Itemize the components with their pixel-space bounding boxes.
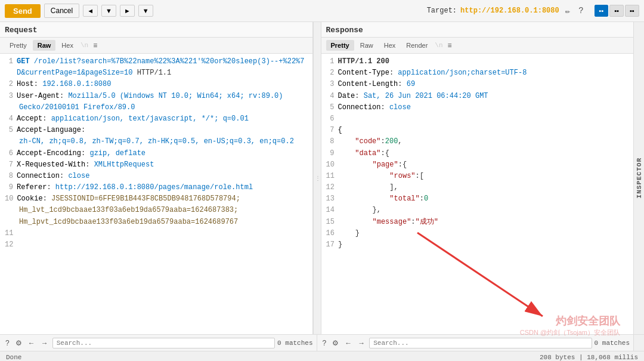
tab-response-pretty[interactable]: Pretty [326,40,354,51]
table-row: 8 "code":200, [326,136,629,147]
bottom-panel-right: ? ⚙ ← → 0 matches [317,335,634,351]
tab-request-hex[interactable]: Hex [57,40,78,51]
table-row: 16 } [326,228,629,239]
toolbar: Send Cancel ◄ ▼ ► ▼ Target: http://192.1… [0,0,644,22]
status-left-text: Done [6,354,534,361]
search-input-right[interactable] [369,338,592,348]
response-body[interactable]: 1 HTTP/1.1 200 2 Content-Type: applicati… [321,54,634,334]
table-row: 12 ], [326,182,629,193]
bottom-panel-left: ? ⚙ ← → 0 matches [0,335,317,351]
inspector-sidebar-bottom [633,335,644,351]
table-row: Hm_lpvt_1cd9bcbaae133f03a6eb19da6579aaba… [5,217,308,228]
target-url: http://192.168.0.1:8080 [460,7,559,15]
nav-down2-button[interactable]: ▼ [138,5,153,17]
table-row: 5 Connection: close [326,102,629,113]
bottom-settings-icon-left[interactable]: ⚙ [14,338,24,348]
table-row: 12 [5,239,308,251]
tab-request-pretty[interactable]: Pretty [5,40,32,51]
tab-response-hex[interactable]: Hex [379,40,401,51]
panel-divider[interactable]: ⋮ [313,22,321,334]
inspector-label: INSPECTOR [636,158,643,198]
table-row: 2 Content-Type: application/json;charset… [326,67,629,79]
bottom-nav-fwd-left[interactable]: → [39,338,50,348]
tab-request-raw[interactable]: Raw [33,40,56,51]
bottom-nav-fwd-right[interactable]: → [356,338,367,348]
tab-response-raw[interactable]: Raw [355,40,378,51]
tab-response-render[interactable]: Render [401,40,432,51]
table-row: Hm_lvt_1cd9bcbaae133f03a6eb19da6579aaba=… [5,205,308,216]
table-row: 9 "data":{ [326,148,629,159]
bottom-nav-back-right[interactable]: ← [343,338,354,348]
send-button[interactable]: Send [5,4,41,18]
tab-separator-req: \n [79,42,89,49]
table-row: 3 User-Agent: Mozilla/5.0 (Windows NT 10… [5,91,308,102]
table-row: 9 Referer: http://192.168.0.1:8080/pages… [5,182,308,193]
table-row: 11 "rows":[ [326,171,629,182]
table-row: 4 Date: Sat, 26 Jun 2021 06:44:20 GMT [326,91,629,102]
inspector-sidebar: INSPECTOR [633,22,644,334]
table-row: 6 [326,113,629,125]
status-bar: Done 208 bytes | 18,068 millis [0,351,644,361]
request-panel-header: Request [0,22,312,38]
divider-dots: ⋮ [315,175,320,182]
view-mode-split-btn[interactable]: ▪▪ [595,5,609,17]
request-panel: Request Pretty Raw Hex \n ≡ 1 GET /role/… [0,22,313,334]
target-label: Target: [427,7,457,15]
nav-left-button[interactable]: ◄ [83,5,98,17]
tab-request-menu[interactable]: ≡ [91,40,100,51]
table-row: 8 Connection: close [5,171,308,182]
table-row: 17 } [326,239,629,251]
tab-response-menu[interactable]: ≡ [445,40,454,51]
search-input-left[interactable] [52,338,275,348]
bottom-help-icon-right[interactable]: ? [321,338,329,348]
edit-target-icon[interactable]: ✏ [563,6,572,16]
table-row: 14 }, [326,205,629,216]
matches-label-left: 0 matches [277,340,312,347]
table-row: 15 "message":"成功" [326,217,629,228]
status-right-text: 208 bytes | 18,068 millis [540,354,638,361]
main-content: Request Pretty Raw Hex \n ≡ 1 GET /role/… [0,22,644,334]
table-row: 7 X-Requested-With: XMLHttpRequest [5,159,308,171]
table-row: 3 Content-Length: 69 [326,79,629,90]
bottom-help-icon-left[interactable]: ? [4,338,11,348]
table-row: 4 Accept: application/json, text/javascr… [5,113,308,125]
response-panel-header: Response [321,22,634,38]
view-mode-left-btn[interactable]: ▪▪ [609,5,624,17]
nav-down-button[interactable]: ▼ [101,5,116,17]
table-row: 2 Host: 192.168.0.1:8080 [5,79,308,90]
table-row: zh-CN, zh;q=0.8, zh-TW;q=0.7, zh-HK;q=0.… [5,136,308,147]
request-tabs: Pretty Raw Hex \n ≡ [0,38,312,54]
view-mode-buttons: ▪▪ ▪▪ ▪▪ [595,5,639,17]
table-row: Gecko/20100101 Firefox/89.0 [5,102,308,113]
table-row: 11 [5,228,308,239]
table-row: 1 GET /role/list?search=%7B%22name%22%3A… [5,56,308,79]
table-row: 7 { [326,125,629,136]
cancel-button[interactable]: Cancel [44,4,79,18]
bottom-bar: ? ⚙ ← → 0 matches ? ⚙ ← → 0 matches [0,334,644,351]
tab-separator-resp: \n [434,42,444,49]
request-body[interactable]: 1 GET /role/list?search=%7B%22name%22%3A… [0,54,312,334]
matches-label-right: 0 matches [595,340,630,347]
nav-right-button[interactable]: ► [120,5,135,17]
table-row: 5 Accept-Language: [5,125,308,136]
view-mode-right-btn[interactable]: ▪▪ [625,5,639,17]
table-row: 6 Accept-Encoding: gzip, deflate [5,148,308,159]
table-row: 13 "total":0 [326,193,629,205]
bottom-settings-icon-right[interactable]: ⚙ [330,338,340,348]
table-row: 10 Cookie: JSESSIONID=6FFE9B1B443F8CB5DB… [5,193,308,205]
help-icon-top[interactable]: ? [576,6,586,16]
bottom-nav-back-left[interactable]: ← [26,338,37,348]
response-panel: Response Pretty Raw Hex Render \n ≡ 1 HT… [321,22,634,334]
response-tabs: Pretty Raw Hex Render \n ≡ [321,38,634,54]
table-row: 10 "page":{ [326,159,629,171]
table-row: 1 HTTP/1.1 200 [326,56,629,67]
